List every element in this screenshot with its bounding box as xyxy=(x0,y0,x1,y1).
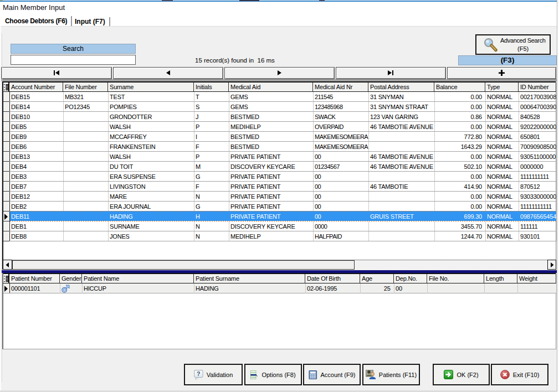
svg-text:?: ? xyxy=(197,370,200,377)
